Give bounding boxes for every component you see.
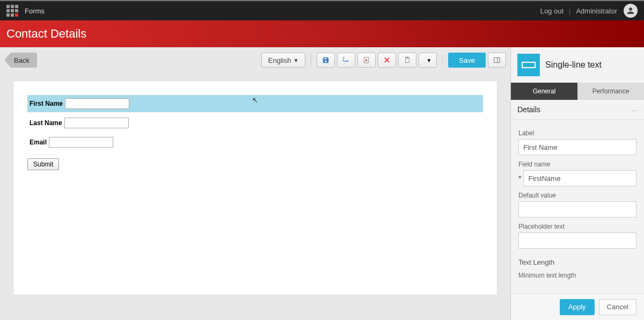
form-submit-button[interactable]: Submit [27,158,59,170]
toolbar-divider [311,54,311,67]
topbar-separator: | [569,7,570,15]
field-input[interactable] [49,137,113,148]
more-dropdown-button[interactable]: ▼ [419,53,437,68]
editor-toolbar: Back English ▼ ▼ [0,47,510,68]
logout-link[interactable]: Log out [540,7,564,15]
field-input[interactable] [64,118,129,128]
toggle-panel-button[interactable] [488,53,506,68]
tab-general[interactable]: General [511,83,577,100]
field-label: Email [30,139,47,146]
section-details-label: Details [517,105,540,114]
delete-icon-button[interactable] [378,53,396,68]
toolbar-divider [442,54,443,67]
prop-default-label: Default value [518,192,636,199]
x-icon [383,56,391,64]
field-type-title: Single-line text [545,60,602,70]
field-label: First Name [30,100,63,107]
clipboard-icon [404,56,411,64]
prop-default-input[interactable] [518,201,636,217]
app-name-label: Forms [25,7,45,15]
floppy-icon [322,56,330,64]
inspector-header: Single-line text [511,47,644,83]
prop-placeholder-input[interactable] [518,232,636,249]
required-star-icon: * [518,174,521,183]
inspector-panel: Single-line text General Performance Det… [511,47,644,320]
chevron-up-icon: ︿ [632,106,638,114]
prop-label-input[interactable] [518,139,636,155]
inspector-footer: Apply Cancel [511,293,644,320]
prop-fieldname-label: Field name [518,161,636,168]
form-field-email[interactable]: Email [27,134,483,151]
language-label: English [268,56,291,64]
prop-minlen-label: Minimum text length [518,272,636,279]
page-header-bar: Contact Details [0,20,644,47]
save-close-icon-button[interactable] [337,53,355,68]
panel-icon [493,56,501,64]
file-x-icon [363,56,370,64]
prop-placeholder-label: Placeholder text [518,223,636,230]
save-button[interactable]: Save [448,53,486,68]
prop-fieldname-input[interactable] [523,170,636,186]
form-field-first-name[interactable]: First Name [27,95,483,112]
back-button[interactable]: Back [11,53,37,68]
svg-rect-3 [494,57,500,62]
form-canvas[interactable]: First Name Last Name Email Submit [13,81,497,295]
prop-label-label: Label [518,129,636,137]
form-field-last-name[interactable]: Last Name [27,114,483,132]
page-title: Contact Details [6,27,86,41]
tab-performance[interactable]: Performance [577,83,644,100]
section-details-header[interactable]: Details ︿ [511,100,644,120]
clipboard-icon-button[interactable] [398,53,416,68]
apply-button[interactable]: Apply [560,299,595,315]
undo-icon-button[interactable] [357,53,376,68]
cancel-button[interactable]: Cancel [599,299,636,315]
chevron-down-icon: ▼ [426,57,431,63]
app-launcher-icon[interactable] [6,5,18,17]
save-icon-button[interactable] [317,53,335,68]
floppy-arrow-icon [342,56,350,64]
global-topbar: Forms Log out | Administrator [0,1,644,20]
user-name-link[interactable]: Administrator [576,7,617,15]
inspector-tabs: General Performance [511,83,644,100]
field-label: Last Name [30,119,62,127]
language-dropdown[interactable]: English ▼ [261,53,306,68]
chevron-down-icon: ▼ [293,57,298,63]
field-input[interactable] [65,98,129,109]
main-editor-area: Back English ▼ ▼ [0,47,511,320]
field-type-icon [517,54,540,76]
user-avatar-icon[interactable] [624,4,638,18]
section-textlength-title: Text Length [518,258,636,266]
